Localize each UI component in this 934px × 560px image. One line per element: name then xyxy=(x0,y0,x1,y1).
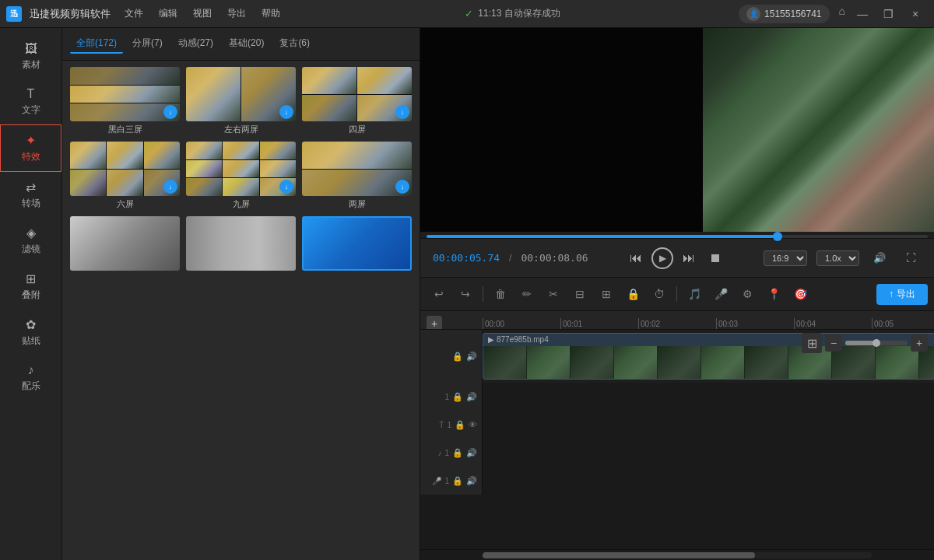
delete-btn[interactable]: 🗑 xyxy=(488,282,513,306)
next-frame-btn[interactable]: ⏭ xyxy=(678,247,700,269)
sidebar-item-filter[interactable]: ◈ 滤镜 xyxy=(0,218,61,264)
speed-select[interactable]: 1.0x 0.5x 2.0x xyxy=(816,250,859,266)
video-volume-icon[interactable]: 🔊 xyxy=(466,352,477,362)
time-sep: / xyxy=(509,253,511,264)
tab-split[interactable]: 分屏(7) xyxy=(126,34,169,54)
share-btn[interactable]: 🎯 xyxy=(788,282,813,306)
text-eye[interactable]: 👁 xyxy=(469,420,477,429)
crop-btn[interactable]: ⊞ xyxy=(594,282,619,306)
zoom-out-btn[interactable]: − xyxy=(825,334,842,352)
preview-progress-handle[interactable] xyxy=(773,232,782,241)
audio-btn[interactable]: 🎵 xyxy=(682,282,707,306)
music-track: ♪ 1 🔒 🔊 xyxy=(420,439,934,467)
voice-btn[interactable]: 🎤 xyxy=(708,282,733,306)
settings-btn[interactable]: ⚙ xyxy=(735,282,760,306)
sidebar-item-sticker[interactable]: ✿ 贴纸 xyxy=(0,310,61,355)
text-track-icon: T xyxy=(439,421,444,429)
cut-btn[interactable]: ✂ xyxy=(541,282,566,306)
menu-file[interactable]: 文件 xyxy=(118,5,149,23)
sidebar-item-effects[interactable]: ✦ 特效 xyxy=(0,124,61,172)
download-9[interactable]: ↓ xyxy=(279,180,293,194)
music-lock[interactable]: 🔒 xyxy=(452,448,463,458)
voice-track: 🎤 1 🔒 🔊 xyxy=(420,467,934,495)
thumb-1 xyxy=(483,346,527,379)
split-btn[interactable]: ⊟ xyxy=(567,282,592,306)
effect-lr-2screen[interactable]: ↓ 左右两屏 xyxy=(186,67,296,135)
download-2[interactable]: ↓ xyxy=(395,180,409,194)
home-btn[interactable]: ⌂ xyxy=(836,5,848,23)
text-icon: T xyxy=(27,87,35,101)
menu-export[interactable]: 导出 xyxy=(221,5,252,23)
check-icon: ✓ xyxy=(465,8,473,19)
effects-icon: ✦ xyxy=(26,133,36,148)
preview-video xyxy=(420,28,934,232)
voice-vol[interactable]: 🔊 xyxy=(466,476,477,486)
effects-grid: ↓ 黑白三屏 ↓ 左右两屏 xyxy=(70,67,412,273)
sidebar-item-material[interactable]: 🖼 素材 xyxy=(0,34,61,79)
zoom-handle[interactable] xyxy=(873,339,880,347)
sidebar-item-transition[interactable]: ⇄ 转场 xyxy=(0,172,61,218)
sidebar-item-overlay[interactable]: ⊞ 叠附 xyxy=(0,264,61,310)
add-track-btn[interactable]: + xyxy=(427,316,442,330)
user-info[interactable]: 👤 15155156741 xyxy=(739,5,829,23)
menu-help[interactable]: 帮助 xyxy=(255,5,286,23)
effect-extra-1[interactable] xyxy=(70,216,180,273)
download-4[interactable]: ↓ xyxy=(395,105,409,119)
toolbar: ↩ ↪ 🗑 ✏ ✂ ⊟ ⊞ 🔒 ⏱ 🎵 🎤 ⚙ 📍 🎯 ↑ 导出 xyxy=(420,277,934,311)
tab-basic[interactable]: 基础(20) xyxy=(223,34,270,54)
effect-bw-3screen[interactable]: ↓ 黑白三屏 xyxy=(70,67,180,135)
effect-extra-3[interactable] xyxy=(302,216,412,273)
sidebar-item-music[interactable]: ♪ 配乐 xyxy=(0,355,61,401)
edit-btn[interactable]: ✏ xyxy=(514,282,539,306)
export-btn[interactable]: ↑ 导出 xyxy=(876,284,928,305)
lock-btn[interactable]: 🔒 xyxy=(620,282,645,306)
tab-dynamic[interactable]: 动感(27) xyxy=(172,34,219,54)
effect-2screen[interactable]: ↓ 两屏 xyxy=(302,142,412,210)
music-track-header: ♪ 1 🔒 🔊 xyxy=(420,439,483,467)
music-num: 1 xyxy=(444,449,449,457)
fullscreen-btn[interactable]: ⛶ xyxy=(900,247,922,269)
minimize-btn[interactable]: — xyxy=(850,5,875,23)
effect-6screen[interactable]: ↓ 六屏 xyxy=(70,142,180,210)
download-lr2[interactable]: ↓ xyxy=(279,105,293,119)
music-vol[interactable]: 🔊 xyxy=(466,448,477,458)
tab-retro[interactable]: 复古(6) xyxy=(273,34,316,54)
redo-btn[interactable]: ↪ xyxy=(453,282,478,306)
play-btn[interactable]: ▶ xyxy=(651,247,673,269)
menu-bar: 文件 编辑 视图 导出 帮助 xyxy=(118,5,286,23)
effect-9screen[interactable]: ↓ 九屏 xyxy=(186,142,296,210)
speed-btn[interactable]: ⏱ xyxy=(647,282,672,306)
ratio-select[interactable]: 16:9 9:16 1:1 xyxy=(764,250,807,266)
menu-edit[interactable]: 编辑 xyxy=(153,5,184,23)
volume-btn[interactable]: 🔊 xyxy=(869,247,890,269)
sidebar: 🖼 素材 T 文字 ✦ 特效 ⇄ 转场 ◈ 滤镜 ⊞ 叠附 ✿ 贴纸 ♪ 配乐 xyxy=(0,28,62,560)
marker-btn[interactable]: 📍 xyxy=(761,282,786,306)
download-bw3[interactable]: ↓ xyxy=(163,105,177,119)
sidebar-label-effects: 特效 xyxy=(22,150,40,163)
fit-btn[interactable]: ⊞ xyxy=(802,333,822,353)
sticker-icon: ✿ xyxy=(26,317,36,332)
zoom-in-btn[interactable]: + xyxy=(911,334,928,352)
scroll-thumb-h[interactable] xyxy=(483,552,755,558)
timeline-scrollbar xyxy=(420,549,934,560)
menu-view[interactable]: 视图 xyxy=(187,5,218,23)
close-btn[interactable]: × xyxy=(903,5,928,23)
audio1-vol[interactable]: 🔊 xyxy=(466,392,477,402)
video-lock-icon[interactable]: 🔒 xyxy=(452,352,463,362)
effect-4screen[interactable]: ↓ 四屏 xyxy=(302,67,412,135)
audio1-lock[interactable]: 🔒 xyxy=(452,392,463,402)
text-lock[interactable]: 🔒 xyxy=(455,420,465,430)
voice-icon: 🎤 xyxy=(432,477,441,485)
zoom-slider[interactable] xyxy=(845,341,908,345)
effect-extra-2[interactable] xyxy=(186,216,296,273)
tab-all[interactable]: 全部(172) xyxy=(70,34,123,54)
download-6[interactable]: ↓ xyxy=(163,180,177,194)
undo-btn[interactable]: ↩ xyxy=(427,282,451,306)
prev-frame-btn[interactable]: ⏮ xyxy=(625,247,647,269)
stop-btn[interactable]: ⏹ xyxy=(704,247,726,269)
maximize-btn[interactable]: ❐ xyxy=(876,5,901,23)
sidebar-item-text[interactable]: T 文字 xyxy=(0,79,61,124)
voice-lock[interactable]: 🔒 xyxy=(452,476,463,486)
sidebar-label-music: 配乐 xyxy=(22,380,40,393)
sidebar-label-transition: 转场 xyxy=(22,197,40,210)
